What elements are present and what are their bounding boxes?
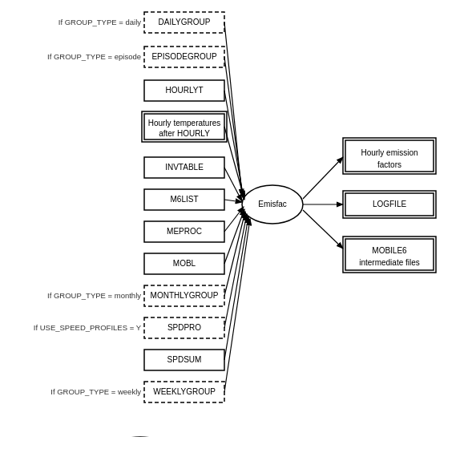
emisfac-label: Emisfac — [258, 200, 287, 208]
spdpro-condition: If USE_SPEED_PROFILES = Y — [34, 323, 142, 332]
line-to-hourly — [303, 157, 343, 199]
hourlytemps-label2: after HOURLY — [159, 129, 210, 138]
weeklygroup-label: WEEKLYGROUP — [153, 387, 216, 396]
hourly-emission-label1: Hourly emission — [361, 148, 418, 157]
m6list-label: M6LIST — [170, 195, 198, 204]
mobile6-label2: intermediate files — [359, 258, 420, 267]
invtable-label: INVTABLE — [165, 163, 204, 172]
line-to-mobile6 — [303, 210, 343, 249]
diagram-svg: DAILYGROUP If GROUP_TYPE = daily EPISODE… — [0, 0, 476, 437]
mobl-label: MOBL — [173, 259, 196, 268]
dailygroup-condition: If GROUP_TYPE = daily — [58, 18, 141, 26]
monthlygroup-condition: If GROUP_TYPE = monthly — [47, 291, 141, 300]
hourlytemps-label: Hourly temperatures — [148, 119, 221, 127]
hourly-emission-label2: factors — [377, 160, 401, 169]
weeklygroup-condition: If GROUP_TYPE = weekly — [50, 387, 141, 396]
line-spdpro — [224, 214, 247, 328]
dailygroup-label: DAILYGROUP — [159, 18, 211, 26]
line-hourlytemps — [224, 127, 244, 200]
episodegroup-condition: If GROUP_TYPE = episode — [47, 52, 141, 61]
hourlyt-label: HOURLYT — [165, 86, 203, 95]
spdsum-label: SPDSUM — [167, 355, 202, 364]
line-spdsum — [224, 216, 248, 360]
diagram-container: DAILYGROUP If GROUP_TYPE = daily EPISODE… — [0, 0, 476, 437]
line-hourlyt — [224, 91, 244, 198]
monthlygroup-label: MONTHLYGROUP — [151, 291, 219, 300]
mobile6-label1: MOBILE6 — [372, 246, 407, 255]
logfile-label: LOGFILE — [373, 200, 407, 208]
episodegroup-label: EPISODEGROUP — [151, 52, 216, 61]
meproc-label: MEPROC — [167, 227, 202, 236]
line-m6list — [224, 200, 242, 202]
spdpro-label: SPDPRO — [167, 323, 201, 332]
